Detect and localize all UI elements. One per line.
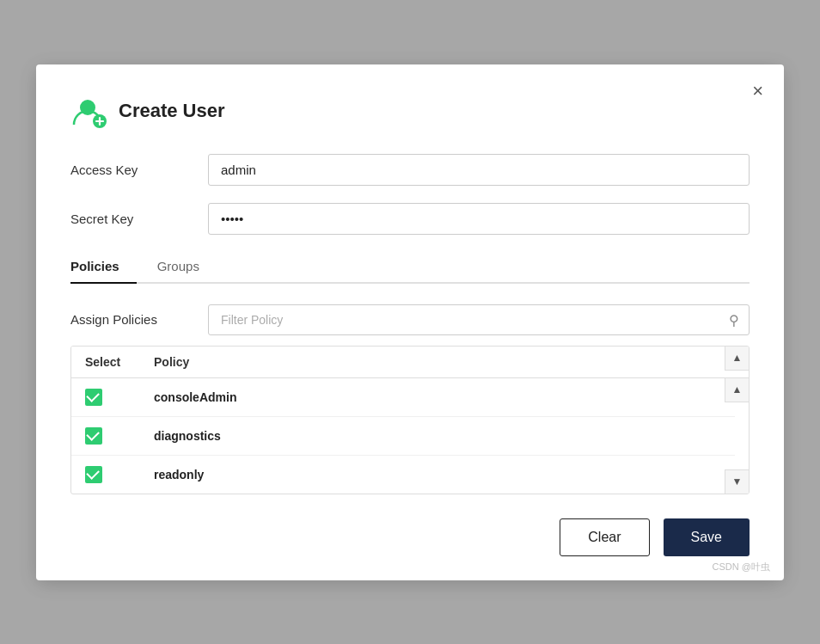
secret-key-input[interactable] bbox=[208, 203, 750, 235]
policy-name: consoleAdmin bbox=[154, 390, 236, 404]
policy-list-container: ▲ consoleAdmin diagnostics bbox=[71, 378, 749, 494]
close-button[interactable]: × bbox=[749, 78, 767, 104]
access-key-row: Access Key bbox=[70, 154, 750, 186]
secret-key-row: Secret Key bbox=[70, 203, 750, 235]
create-user-dialog: × Create User Access Key Secret Key bbox=[36, 64, 784, 580]
save-button[interactable]: Save bbox=[664, 518, 750, 556]
scroll-down-outer-arrow[interactable]: ▼ bbox=[725, 469, 749, 494]
tab-groups[interactable]: Groups bbox=[157, 252, 217, 282]
access-key-input[interactable] bbox=[208, 154, 750, 186]
tab-policies[interactable]: Policies bbox=[70, 252, 137, 282]
checkbox-consoleAdmin[interactable] bbox=[85, 389, 102, 406]
dialog-title: Create User bbox=[119, 100, 225, 122]
col-select-header: Select bbox=[85, 355, 154, 369]
user-icon bbox=[70, 92, 108, 130]
policy-table: ▲ Select Policy ▲ consoleAdmin bbox=[70, 346, 750, 494]
dialog-backdrop: × Create User Access Key Secret Key bbox=[0, 0, 820, 644]
policy-table-header: Select Policy bbox=[71, 347, 749, 378]
filter-policy-input[interactable] bbox=[208, 304, 750, 335]
table-row: consoleAdmin bbox=[71, 378, 735, 417]
assign-policies-label: Assign Policies bbox=[70, 312, 208, 327]
watermark: CSDN @叶虫 bbox=[713, 561, 770, 573]
clear-button[interactable]: Clear bbox=[560, 518, 649, 556]
dialog-title-row: Create User bbox=[70, 92, 750, 130]
dialog-footer: Clear Save bbox=[70, 518, 750, 556]
col-policy-header: Policy bbox=[154, 355, 711, 369]
tabs-row: Policies Groups bbox=[70, 252, 750, 284]
policy-list[interactable]: consoleAdmin diagnostics r bbox=[71, 378, 749, 494]
access-key-label: Access Key bbox=[70, 163, 208, 177]
policy-name: readonly bbox=[154, 468, 204, 481]
assign-policies-row: Assign Policies ⚲ bbox=[70, 304, 750, 335]
filter-input-wrapper: ⚲ bbox=[208, 304, 750, 335]
table-row: readonly bbox=[71, 456, 735, 494]
policy-name: diagnostics bbox=[154, 429, 221, 443]
table-row: diagnostics bbox=[71, 417, 735, 456]
checkbox-readonly[interactable] bbox=[85, 466, 102, 483]
secret-key-label: Secret Key bbox=[70, 212, 208, 226]
checkbox-diagnostics[interactable] bbox=[85, 427, 102, 445]
scroll-up-inner-arrow[interactable]: ▲ bbox=[725, 378, 749, 402]
scroll-up-outer-arrow[interactable]: ▲ bbox=[725, 347, 749, 371]
